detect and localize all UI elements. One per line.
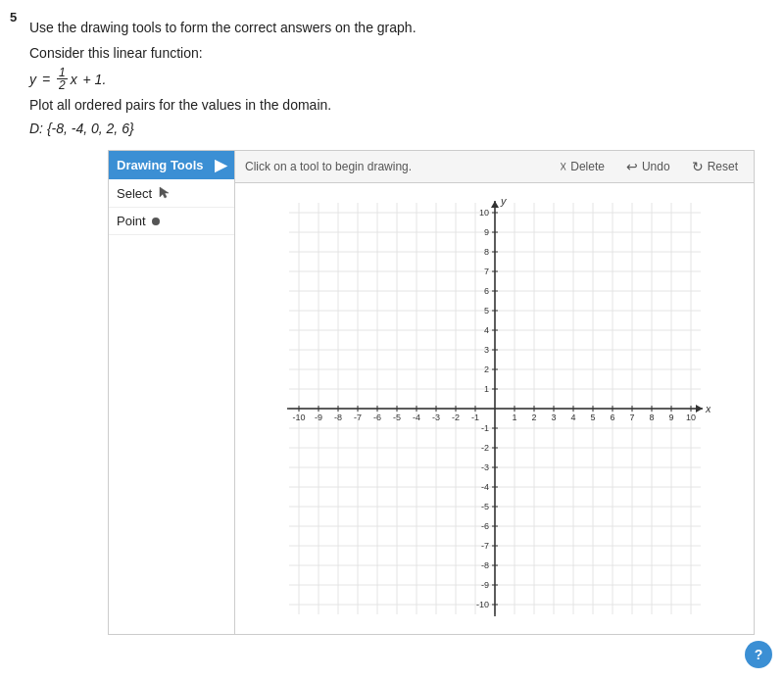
- svg-text:7: 7: [629, 413, 634, 422]
- tools-panel: Drawing Tools ▶ Select Point: [108, 150, 235, 635]
- svg-text:-4: -4: [412, 413, 419, 422]
- svg-text:9: 9: [483, 227, 488, 237]
- function-expression: y = 1 2 x + 1.: [29, 67, 755, 91]
- svg-text:-9: -9: [314, 413, 321, 422]
- tools-arrow-icon: ▶: [215, 156, 226, 174]
- svg-text:4: 4: [570, 413, 575, 422]
- svg-text:10: 10: [685, 413, 695, 422]
- y-axis-arrow: [491, 201, 499, 208]
- plot-instruction: Plot all ordered pairs for the values in…: [29, 97, 755, 113]
- undo-button[interactable]: ↩ Undo: [620, 156, 676, 177]
- undo-label: Undo: [642, 160, 670, 173]
- svg-text:-7: -7: [353, 413, 361, 422]
- svg-text:8: 8: [483, 247, 488, 257]
- svg-text:9: 9: [668, 413, 673, 422]
- graph-panel: Click on a tool to begin drawing. ☓ Dele…: [235, 150, 755, 635]
- svg-text:-7: -7: [480, 541, 488, 551]
- svg-text:-8: -8: [480, 560, 488, 570]
- coordinate-graph[interactable]: -10 -9 -8 -7 -6 -5 -4 -3: [279, 193, 710, 624]
- svg-text:6: 6: [610, 413, 614, 422]
- help-button[interactable]: ?: [745, 641, 772, 668]
- undo-icon: ↩: [626, 159, 638, 174]
- svg-text:-1: -1: [470, 413, 478, 422]
- point-label: Point: [117, 214, 146, 228]
- page-number: 5: [10, 10, 17, 24]
- point-tool[interactable]: Point: [109, 208, 234, 235]
- svg-text:2: 2: [483, 364, 488, 374]
- svg-text:-6: -6: [372, 413, 380, 422]
- svg-text:-2: -2: [451, 413, 459, 422]
- svg-text:-6: -6: [480, 521, 488, 531]
- svg-text:-8: -8: [333, 413, 341, 422]
- reset-label: Reset: [708, 160, 738, 173]
- consider-label: Consider this linear function:: [29, 45, 755, 61]
- delete-label: Delete: [570, 160, 605, 173]
- tools-header: Drawing Tools ▶: [109, 151, 234, 179]
- svg-text:10: 10: [478, 208, 488, 218]
- svg-text:1: 1: [512, 413, 516, 422]
- toolbar-hint: Click on a tool to begin drawing.: [245, 160, 544, 173]
- x-axis-arrow: [696, 405, 703, 413]
- domain-label: D: {-8, -4, 0, 2, 6}: [29, 121, 755, 136]
- reset-icon: ↻: [692, 159, 704, 174]
- delete-button[interactable]: ☓ Delete: [554, 156, 611, 177]
- select-tool[interactable]: Select: [109, 179, 234, 208]
- x-axis-label: x: [705, 403, 710, 414]
- y-axis-label: y: [500, 195, 508, 207]
- svg-text:7: 7: [483, 267, 488, 276]
- svg-text:8: 8: [649, 413, 654, 422]
- svg-text:-5: -5: [480, 502, 488, 511]
- svg-text:-9: -9: [480, 580, 488, 590]
- svg-text:-10: -10: [292, 413, 305, 422]
- svg-text:-1: -1: [480, 423, 488, 433]
- select-label: Select: [117, 186, 152, 201]
- svg-text:3: 3: [483, 345, 488, 355]
- svg-text:-10: -10: [475, 600, 488, 609]
- svg-text:-2: -2: [480, 443, 488, 453]
- svg-text:5: 5: [483, 306, 488, 316]
- delete-icon: ☓: [560, 159, 566, 174]
- instruction-text: Use the drawing tools to form the correc…: [29, 20, 755, 35]
- svg-text:-3: -3: [480, 462, 488, 472]
- tools-header-label: Drawing Tools: [117, 158, 204, 172]
- svg-text:-5: -5: [392, 413, 400, 422]
- svg-text:1: 1: [483, 384, 488, 394]
- svg-text:4: 4: [483, 325, 488, 335]
- svg-text:5: 5: [590, 413, 595, 422]
- svg-text:2: 2: [531, 413, 536, 422]
- select-cursor-icon: [158, 185, 173, 201]
- reset-button[interactable]: ↻ Reset: [686, 156, 744, 177]
- graph-container[interactable]: -10 -9 -8 -7 -6 -5 -4 -3: [235, 183, 754, 634]
- svg-text:-4: -4: [480, 482, 488, 492]
- point-dot-icon: [152, 218, 160, 225]
- svg-text:3: 3: [551, 413, 556, 422]
- svg-text:6: 6: [483, 286, 488, 296]
- svg-text:-3: -3: [431, 413, 439, 422]
- graph-toolbar: Click on a tool to begin drawing. ☓ Dele…: [235, 151, 754, 183]
